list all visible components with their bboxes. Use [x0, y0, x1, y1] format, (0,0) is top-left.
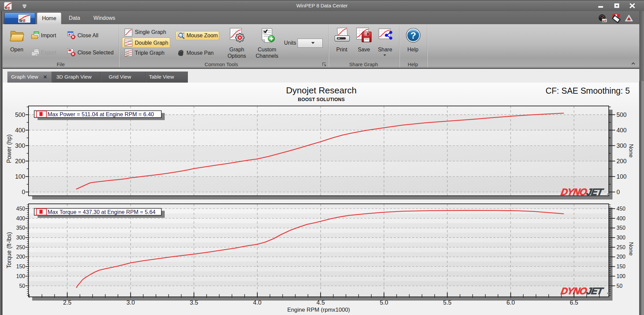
svg-text:400: 400	[616, 216, 626, 221]
svg-text:Max Torque = 437.30 at Engine: Max Torque = 437.30 at Engine RPM = 5.64	[48, 209, 156, 215]
svg-text:200: 200	[15, 158, 25, 165]
svg-text:200: 200	[616, 158, 627, 165]
svg-text:4.5: 4.5	[316, 299, 325, 306]
svg-text:400: 400	[616, 127, 627, 134]
svg-text:100: 100	[16, 273, 25, 279]
svg-text:100: 100	[616, 273, 626, 279]
svg-text:DYNO: DYNO	[560, 186, 588, 197]
svg-text:5.5: 5.5	[443, 299, 451, 306]
svg-text:300: 300	[16, 235, 25, 240]
svg-text:500: 500	[15, 111, 25, 118]
svg-text:CF: SAE Smoothing: 5: CF: SAE Smoothing: 5	[545, 86, 630, 95]
svg-text:2.5: 2.5	[63, 299, 71, 306]
svg-text:0: 0	[616, 189, 620, 195]
svg-text:3.5: 3.5	[190, 299, 198, 306]
svg-text:6.5: 6.5	[570, 299, 578, 306]
svg-text:400: 400	[15, 127, 25, 134]
svg-text:4.0: 4.0	[253, 299, 261, 306]
svg-text:200: 200	[16, 254, 25, 260]
svg-text:50: 50	[19, 283, 25, 289]
svg-text:Dynojet Research: Dynojet Research	[286, 85, 357, 95]
svg-text:3.0: 3.0	[126, 299, 135, 306]
svg-text:50: 50	[616, 283, 623, 289]
svg-text:450: 450	[616, 206, 626, 212]
svg-text:Torque (ft-lbs): Torque (ft-lbs)	[6, 232, 12, 268]
svg-text:500: 500	[616, 111, 627, 118]
svg-text:450: 450	[16, 206, 25, 212]
svg-text:5.0: 5.0	[380, 299, 388, 306]
svg-text:Max Power = 511.04 at Engine R: Max Power = 511.04 at Engine RPM = 6.40	[48, 111, 154, 117]
svg-text:None: None	[628, 144, 634, 158]
svg-text:150: 150	[616, 264, 626, 269]
svg-text:250: 250	[616, 244, 626, 250]
svg-text:100: 100	[15, 173, 25, 180]
svg-text:Engine RPM (rpmx1000): Engine RPM (rpmx1000)	[287, 307, 350, 313]
svg-text:Power (hp): Power (hp)	[6, 134, 12, 163]
svg-text:250: 250	[16, 244, 25, 250]
svg-text:None: None	[628, 242, 634, 256]
svg-text:0: 0	[22, 189, 25, 195]
svg-text:150: 150	[16, 264, 25, 269]
svg-text:350: 350	[16, 225, 25, 231]
svg-text:6.0: 6.0	[506, 299, 515, 306]
svg-text:100: 100	[616, 173, 627, 180]
svg-text:BOOST SOLUTIONS: BOOST SOLUTIONS	[298, 97, 345, 102]
svg-text:300: 300	[616, 235, 626, 240]
svg-text:200: 200	[616, 254, 626, 260]
svg-text:300: 300	[15, 142, 25, 149]
svg-text:350: 350	[616, 225, 626, 231]
svg-text:400: 400	[16, 216, 25, 221]
svg-text:300: 300	[616, 142, 627, 149]
